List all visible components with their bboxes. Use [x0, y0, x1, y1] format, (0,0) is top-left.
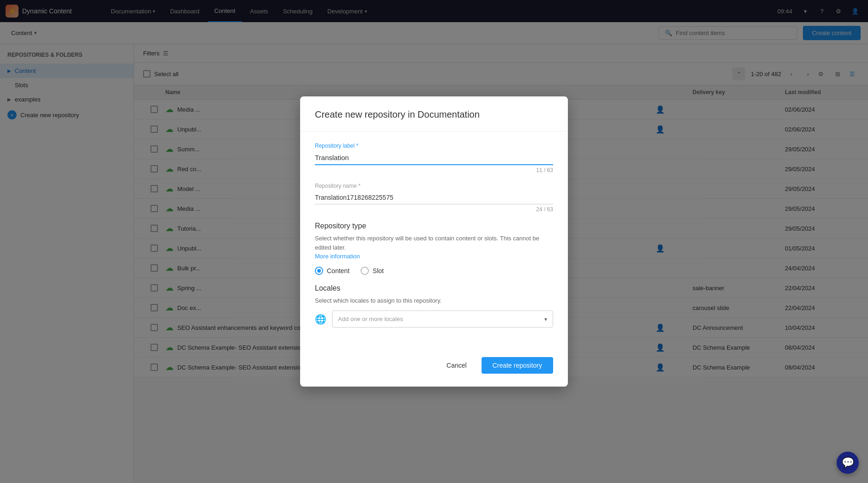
- dialog-footer: Cancel Create repository: [300, 348, 568, 387]
- chat-bubble-button[interactable]: 💬: [837, 452, 859, 474]
- radio-content-option[interactable]: Content: [315, 267, 350, 275]
- radio-slot-label: Slot: [373, 267, 384, 274]
- dialog-header: Create new repository in Documentation: [300, 96, 568, 131]
- more-info-link[interactable]: More information: [315, 253, 360, 260]
- repository-label-group: Repository label * 11 / 63: [315, 143, 553, 173]
- chevron-down-icon: ▾: [544, 316, 547, 322]
- create-repository-button[interactable]: Create repository: [482, 357, 553, 374]
- repository-type-group: Repository type Select whether this repo…: [315, 222, 553, 275]
- create-repository-dialog: Create new repository in Documentation R…: [300, 96, 568, 387]
- globe-icon: 🌐: [315, 314, 326, 325]
- repository-type-radio-group: Content Slot: [315, 267, 553, 275]
- modal-overlay[interactable]: Create new repository in Documentation R…: [0, 0, 868, 483]
- cancel-button[interactable]: Cancel: [437, 358, 476, 373]
- repo-type-desc: Select whether this repository will be u…: [315, 234, 553, 261]
- radio-slot-circle[interactable]: [361, 267, 369, 275]
- radio-content-label: Content: [327, 267, 350, 274]
- locales-title: Locales: [315, 284, 553, 292]
- repo-name-input[interactable]: [315, 191, 553, 204]
- locale-select-dropdown[interactable]: Add one or more locales ▾: [332, 310, 553, 328]
- locale-placeholder: Add one or more locales: [338, 316, 403, 322]
- dialog-body: Repository label * 11 / 63 Repository na…: [300, 131, 568, 348]
- repo-name-char-count: 24 / 63: [315, 206, 553, 213]
- repo-label-field-label: Repository label *: [315, 143, 553, 149]
- dialog-title: Create new repository in Documentation: [315, 109, 553, 120]
- repo-label-char-count: 11 / 63: [315, 167, 553, 173]
- repo-label-input[interactable]: [315, 151, 553, 165]
- radio-slot-option[interactable]: Slot: [361, 267, 384, 275]
- repo-name-field-label: Repository name *: [315, 183, 553, 189]
- locales-group: Locales Select which locales to assign t…: [315, 284, 553, 328]
- repository-name-group: Repository name * 24 / 63: [315, 183, 553, 213]
- repo-type-title: Repository type: [315, 222, 553, 230]
- locale-select-wrapper: 🌐 Add one or more locales ▾: [315, 310, 553, 328]
- locales-desc: Select which locales to assign to this r…: [315, 296, 553, 305]
- radio-content-circle[interactable]: [315, 267, 323, 275]
